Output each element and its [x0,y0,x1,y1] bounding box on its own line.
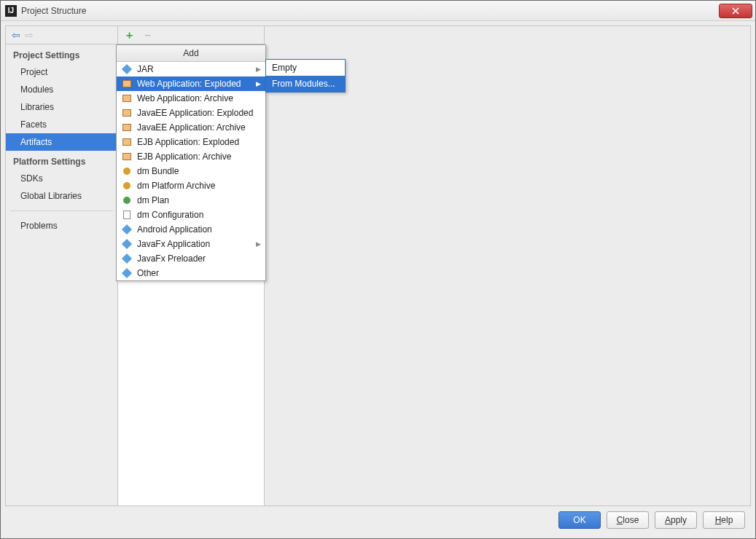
menu-item-dm-bundle[interactable]: dm Bundle [117,164,265,178]
list-toolbar: ＋ － [118,26,264,44]
nav-arrows: ⇦ ⇨ [6,26,117,44]
sidebar-item-project[interactable]: Project [6,63,117,81]
diamond-icon [121,63,133,75]
sidebar-item-libraries[interactable]: Libraries [6,98,117,116]
menu-item-other[interactable]: Other [117,266,265,280]
sidebar: ⇦ ⇨ Project Settings ProjectModulesLibra… [6,26,118,505]
menu-item-dm-plan[interactable]: dm Plan [117,193,265,208]
box-icon [121,93,133,104]
remove-button[interactable]: － [142,28,153,42]
submenu-item-from-modules-[interactable]: From Modules... [266,76,345,92]
diamond-icon [121,224,133,235]
menu-item-web-application-archive[interactable]: Web Application: Archive [117,91,265,106]
menu-item-label: dm Bundle [137,166,261,176]
group-platform-settings: Platform Settings [6,151,117,170]
submenu-arrow-icon: ▶ [256,66,261,73]
diamond-icon [121,267,133,279]
menu-item-label: dm Configuration [137,210,261,220]
add-menu-title: Add [117,45,265,62]
menu-item-label: EJB Application: Exploded [137,137,261,147]
menu-item-ejb-application-archive[interactable]: EJB Application: Archive [117,149,265,164]
dot-icon [121,165,133,177]
diamond-icon [121,238,133,250]
add-submenu: EmptyFrom Modules... [265,59,346,93]
submenu-arrow-icon: ▶ [256,240,261,248]
forward-button[interactable]: ⇨ [25,30,34,40]
close-window-button[interactable] [719,4,752,18]
menu-item-javafx-preloader[interactable]: JavaFx Preloader [117,251,265,266]
sidebar-separator [10,211,113,211]
sidebar-item-artifacts[interactable]: Artifacts [6,133,117,151]
submenu-arrow-icon: ▶ [256,80,261,87]
footer: OK Close Apply Help [5,506,751,534]
menu-item-label: Web Application: Exploded [137,79,253,89]
add-menu: Add JAR▶Web Application: Exploded▶Web Ap… [116,44,266,281]
menu-item-javaee-application-archive[interactable]: JavaEE Application: Archive [117,120,265,135]
diamond-icon [121,253,133,264]
box-icon [121,122,133,133]
detail-pane [265,26,750,505]
menu-item-label: Web Application: Archive [137,93,261,103]
group-project-settings: Project Settings [6,44,117,63]
content: ⇦ ⇨ Project Settings ProjectModulesLibra… [5,25,751,506]
main-pane: ＋ － Add JAR▶Web Application: Exploded▶We… [118,26,750,505]
box-icon [121,136,133,148]
menu-item-dm-platform-archive[interactable]: dm Platform Archive [117,178,265,193]
menu-item-label: JavaFx Preloader [137,253,261,264]
menu-item-label: JavaEE Application: Exploded [137,108,261,118]
menu-item-javafx-application[interactable]: JavaFx Application▶ [117,237,265,251]
dot-icon [121,180,133,192]
menu-item-jar[interactable]: JAR▶ [117,62,265,76]
box-icon [121,151,133,162]
app-icon: IJ [5,5,17,17]
menu-item-label: JavaFx Application [137,239,253,249]
box-icon [121,107,133,119]
menu-item-javaee-application-exploded[interactable]: JavaEE Application: Exploded [117,106,265,120]
menu-item-label: Android Application [137,224,261,235]
box-icon [121,78,133,90]
menu-item-label: EJB Application: Archive [137,152,261,162]
doc-icon [121,209,133,221]
menu-item-dm-configuration[interactable]: dm Configuration [117,208,265,222]
menu-item-label: JAR [137,64,253,74]
menu-item-label: dm Platform Archive [137,181,261,191]
titlebar: IJ Project Structure [1,1,755,21]
add-button[interactable]: ＋ [124,28,135,42]
sidebar-item-problems[interactable]: Problems [6,217,117,235]
back-button[interactable]: ⇦ [12,30,20,40]
submenu-item-empty[interactable]: Empty [266,60,345,76]
close-button[interactable]: Close [607,511,649,529]
sidebar-item-sdks[interactable]: SDKs [6,170,117,187]
menu-item-ejb-application-exploded[interactable]: EJB Application: Exploded [117,135,265,149]
close-icon [732,7,739,15]
sidebar-item-global-libraries[interactable]: Global Libraries [6,187,117,205]
menu-item-label: JavaEE Application: Archive [137,122,261,133]
dot-icon [121,194,133,206]
window-title: Project Structure [21,6,86,16]
help-button[interactable]: Help [703,511,745,529]
menu-item-label: Other [137,268,261,278]
sidebar-item-facets[interactable]: Facets [6,116,117,133]
dialog-body: ⇦ ⇨ Project Settings ProjectModulesLibra… [1,21,755,538]
menu-item-label: dm Plan [137,195,261,205]
menu-item-android-application[interactable]: Android Application [117,222,265,237]
apply-button[interactable]: Apply [655,511,697,529]
menu-item-web-application-exploded[interactable]: Web Application: Exploded▶ [117,76,265,91]
ok-button[interactable]: OK [558,511,601,529]
sidebar-item-modules[interactable]: Modules [6,81,117,98]
project-structure-window: IJ Project Structure ⇦ ⇨ Project Setting… [0,0,756,539]
